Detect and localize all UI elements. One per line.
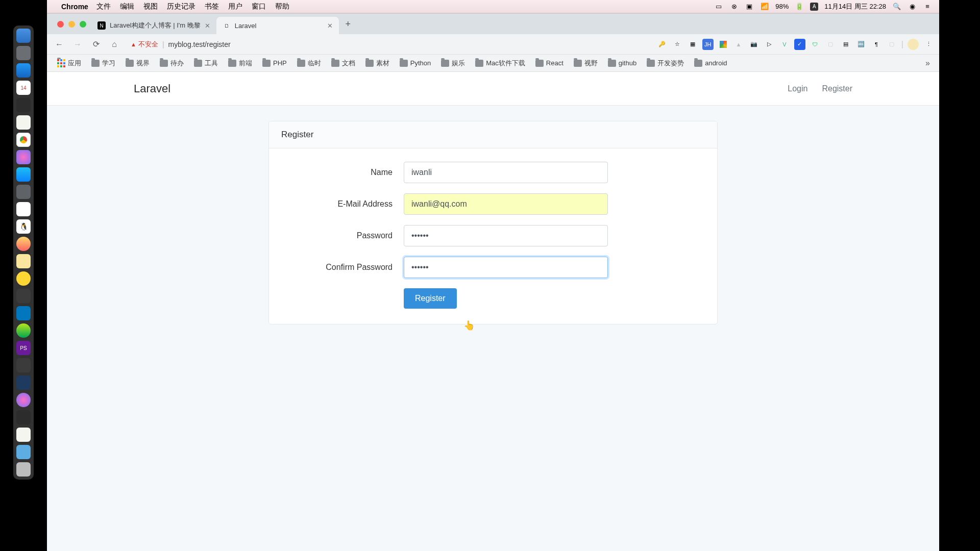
extension-icon[interactable]: ▢ — [825, 39, 836, 50]
menu-history[interactable]: 历史记录 — [167, 2, 195, 11]
app-icon[interactable] — [16, 271, 31, 286]
appstore-icon[interactable] — [16, 167, 31, 182]
app-icon[interactable] — [16, 428, 31, 442]
app-icon[interactable] — [16, 202, 31, 216]
nav-login-link[interactable]: Login — [788, 84, 807, 93]
terminal-icon[interactable] — [16, 98, 31, 112]
apps-icon[interactable]: ▦ — [687, 39, 698, 50]
nav-register-link[interactable]: Register — [822, 84, 852, 93]
back-button[interactable]: ← — [52, 37, 66, 52]
extension-icon[interactable]: ¶ — [871, 39, 882, 50]
phpstorm-icon[interactable]: PS — [16, 341, 31, 355]
menu-view[interactable]: 视图 — [143, 2, 158, 11]
bookmark-folder[interactable]: 文档 — [327, 57, 359, 69]
bookmark-folder[interactable]: 待办 — [156, 57, 188, 69]
bookmark-folder[interactable]: React — [531, 58, 568, 68]
extension-icon[interactable]: JH — [702, 39, 714, 50]
menu-people[interactable]: 用户 — [228, 2, 242, 11]
bookmark-folder[interactable]: Python — [396, 58, 435, 68]
extension-icon[interactable]: 🛡 — [810, 39, 821, 50]
home-button[interactable]: ⌂ — [107, 37, 121, 52]
app-icon[interactable] — [16, 254, 31, 268]
confirm-password-field[interactable] — [404, 257, 608, 278]
input-source-icon[interactable]: A — [810, 3, 818, 11]
bookmarks-overflow-icon[interactable]: » — [922, 59, 933, 68]
status-icon[interactable]: ▣ — [745, 2, 754, 11]
notification-center-icon[interactable]: ≡ — [923, 2, 932, 11]
menubar-app-name[interactable]: Chrome — [61, 3, 88, 11]
email-field[interactable] — [404, 193, 608, 215]
calendar-icon[interactable]: 14 — [16, 81, 31, 95]
safari-icon[interactable] — [16, 63, 31, 78]
name-field[interactable] — [404, 162, 608, 183]
menu-file[interactable]: 文件 — [96, 2, 111, 11]
chrome-icon[interactable] — [16, 133, 31, 147]
extension-icon[interactable]: ✓ — [794, 39, 805, 50]
bookmark-folder[interactable]: Mac软件下载 — [471, 57, 529, 69]
profile-avatar[interactable] — [908, 39, 919, 50]
app-icon[interactable] — [16, 375, 31, 390]
status-icon[interactable]: ⊗ — [729, 2, 739, 11]
menu-bookmarks[interactable]: 书签 — [205, 2, 219, 11]
siri-icon[interactable]: ◉ — [908, 2, 917, 11]
extension-icon[interactable]: ▢ — [886, 39, 897, 50]
bookmark-folder[interactable]: 素材 — [361, 57, 394, 69]
sublime-icon[interactable] — [16, 358, 31, 372]
bookmark-apps[interactable]: 应用 — [53, 57, 85, 69]
spotlight-icon[interactable]: 🔍 — [892, 2, 901, 11]
app-icon[interactable] — [16, 323, 31, 338]
close-tab-icon[interactable]: ✕ — [205, 22, 210, 30]
bookmark-folder[interactable]: 视野 — [570, 57, 602, 69]
bookmark-folder[interactable]: 开发姿势 — [643, 57, 688, 69]
reload-button[interactable]: ⟳ — [89, 37, 103, 52]
minimize-window-button[interactable] — [68, 21, 75, 28]
bookmark-folder[interactable]: PHP — [258, 58, 291, 68]
close-tab-icon[interactable]: ✕ — [327, 22, 333, 30]
star-icon[interactable]: ☆ — [672, 39, 683, 50]
status-icon[interactable]: ▭ — [714, 2, 723, 11]
bookmark-folder[interactable]: 前端 — [224, 57, 256, 69]
menu-edit[interactable]: 编辑 — [120, 2, 134, 11]
notes-icon[interactable] — [16, 115, 31, 130]
settings-icon[interactable] — [16, 185, 31, 199]
qq-icon[interactable]: 🐧 — [16, 219, 31, 234]
extension-icon[interactable]: ▲ — [733, 39, 744, 50]
bookmark-folder[interactable]: 娱乐 — [437, 57, 469, 69]
password-icon[interactable]: 🔑 — [656, 39, 668, 50]
maximize-window-button[interactable] — [80, 21, 86, 28]
extension-icon[interactable]: ▤ — [840, 39, 851, 50]
app-icon[interactable] — [16, 410, 31, 424]
insecure-badge[interactable]: 不安全 — [131, 40, 158, 49]
extension-icon[interactable]: ▷ — [764, 39, 775, 50]
bookmark-folder[interactable]: 视界 — [121, 57, 154, 69]
bookmark-folder[interactable]: android — [690, 58, 731, 68]
finder-icon[interactable] — [16, 29, 31, 43]
app-icon[interactable] — [16, 237, 31, 251]
menu-help[interactable]: 帮助 — [275, 2, 289, 11]
extension-icon[interactable] — [718, 39, 729, 50]
register-button[interactable]: Register — [404, 288, 457, 309]
battery-icon[interactable]: 🔋 — [795, 2, 804, 11]
app-icon[interactable] — [16, 306, 31, 320]
launchpad-icon[interactable] — [16, 46, 31, 60]
browser-tab-active[interactable]: 🗋 Laravel ✕ — [216, 17, 339, 34]
new-tab-button[interactable]: + — [341, 17, 355, 31]
bookmark-folder[interactable]: 临时 — [293, 57, 325, 69]
forward-button[interactable]: → — [70, 37, 85, 52]
app-icon[interactable] — [16, 445, 31, 459]
brand-link[interactable]: Laravel — [134, 82, 170, 95]
vue-devtools-icon[interactable]: V — [779, 39, 790, 50]
translate-icon[interactable]: 🔤 — [855, 39, 867, 50]
menu-window[interactable]: 窗口 — [252, 2, 266, 11]
app-icon[interactable] — [16, 289, 31, 303]
trash-icon[interactable] — [16, 462, 31, 477]
photos-icon[interactable] — [16, 150, 31, 164]
close-window-button[interactable] — [57, 21, 64, 28]
wifi-icon[interactable]: 📶 — [760, 2, 769, 11]
bookmark-folder[interactable]: 工具 — [190, 57, 222, 69]
password-field[interactable] — [404, 225, 608, 246]
bookmark-folder[interactable]: 学习 — [87, 57, 119, 69]
chrome-menu-icon[interactable]: ⋮ — [923, 39, 934, 50]
app-icon[interactable] — [16, 393, 31, 407]
browser-tab[interactable]: N Laravel构建个人博客 | I'm 晚黎 ✕ — [91, 17, 216, 34]
